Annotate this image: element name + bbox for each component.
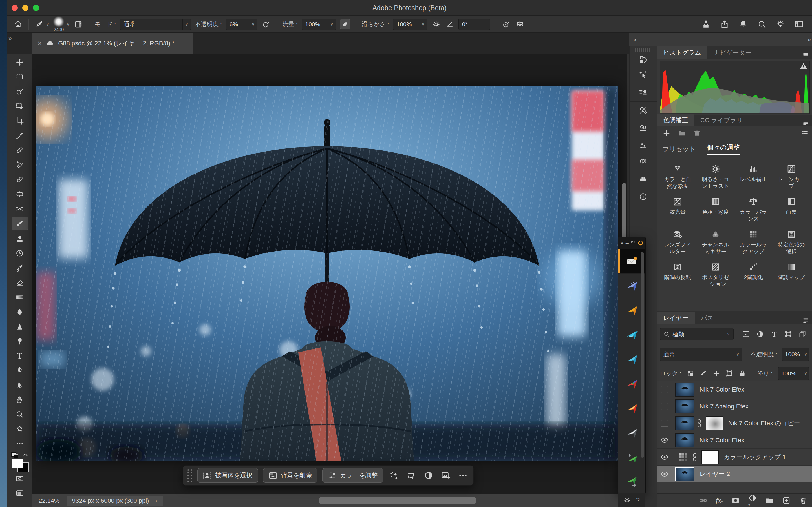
tab-cc-libraries[interactable]: CC ライブラリ [694,114,749,126]
tab-layers[interactable]: レイヤー [657,312,695,324]
lut-layer-icon[interactable] [677,452,689,463]
gradient-tool[interactable] [12,291,28,304]
selection-brush-tool[interactable] [12,85,28,98]
more-options-icon[interactable] [457,469,469,482]
lock-artboard-icon[interactable] [726,370,733,377]
panel-menu-icon[interactable] [802,317,810,324]
add-adjustment-icon[interactable] [663,129,670,137]
transform-icon[interactable] [405,469,417,482]
new-adjustment-layer-icon[interactable]: ▾ [748,494,757,507]
adjustment-levels[interactable]: レベル補正 [734,164,772,189]
add-layer-mask-icon[interactable] [731,496,740,505]
smart-objects-filter-icon[interactable] [799,330,806,338]
delete-layer-icon[interactable] [799,496,808,505]
settings-gear-icon[interactable] [623,497,631,504]
zoom-tool[interactable] [12,408,28,421]
tab-navigator[interactable]: ナビゲーター [707,47,758,59]
layer-mask-thumbnail[interactable] [706,416,723,431]
sharpen-tool[interactable] [12,320,28,333]
gradients-panel-icon[interactable] [635,154,652,169]
list-view-icon[interactable] [801,129,809,137]
adjustment-gradient-map[interactable]: 階調マップ [772,262,811,288]
blur-tool[interactable] [12,305,28,318]
adjustment-selective-color[interactable]: 特定色域の選択 [772,230,811,255]
quick-mask-button[interactable] [12,472,28,485]
adjustment-color-vibrance[interactable]: カラーと自然な彩度 [659,164,697,189]
pen-tool[interactable] [12,364,28,377]
zoom-level[interactable]: 22.14% [39,497,60,504]
type-layers-filter-icon[interactable] [770,330,778,338]
collapse-panels-chevron[interactable]: « [633,36,637,43]
visibility-toggle[interactable] [657,398,672,414]
layer-thumbnail[interactable]: ☂ [675,399,695,413]
layer-thumbnail[interactable]: ☂ [675,467,695,481]
pixel-layers-filter-icon[interactable] [742,330,750,338]
mode-select[interactable]: 通常∨ [120,18,191,30]
panel-view-icon[interactable] [631,240,636,245]
brush-preset-picker[interactable]: 2400 [53,16,64,33]
discover-lightbulb-icon[interactable] [776,20,785,29]
adjustment-color-lookup[interactable]: カラールックアップ [734,230,772,255]
brush-tool[interactable] [11,217,28,230]
shape-layers-filter-icon[interactable] [784,330,792,338]
paint-symmetry-icon[interactable] [515,19,525,29]
layer-mask-link-icon[interactable] [692,453,697,461]
adjustment-curves[interactable]: トーンカーブ [772,164,811,189]
opacity-field[interactable]: 6%∨ [226,18,257,30]
nik-palette-scrollbar[interactable] [641,252,644,458]
dodge-tool[interactable] [12,335,28,348]
object-selection-tool[interactable] [12,100,28,113]
cached-data-warning-icon[interactable] [800,62,807,69]
layer-thumbnail[interactable]: ☂ [675,416,695,431]
layer-fill-field[interactable]: 100% ∨ [778,367,809,380]
edit-toolbar-icon[interactable] [12,437,28,450]
remove-tool[interactable] [12,144,28,157]
angle-field[interactable]: 0° [458,18,490,30]
document-horizontal-scrollbar[interactable] [319,497,476,504]
foreground-color-swatch[interactable] [12,459,23,468]
adjustment-threshold[interactable]: 2階調化 [734,262,772,288]
eyedropper-tool[interactable] [12,129,28,142]
blend-mode-select[interactable]: 通常 ∨ [660,348,742,361]
brush-settings-gear-icon[interactable] [432,19,441,29]
brush-tool-icon[interactable] [35,19,44,29]
adjustment-hue-saturation[interactable]: 色相・彩度 [697,197,735,222]
adjustment-layers-filter-icon[interactable] [756,330,764,338]
tab-histogram[interactable]: ヒストグラム [657,47,707,59]
link-layers-icon[interactable] [699,496,707,505]
lock-position-icon[interactable] [713,370,720,377]
adjustment-invert[interactable]: 階調の反転 [659,262,697,288]
layer-row[interactable]: ☂ Nik 7 Color Efex [657,432,812,449]
search-icon[interactable] [757,20,766,29]
close-icon[interactable]: × [620,240,624,246]
layer-effects-icon[interactable]: fx▾ [716,496,723,505]
toggle-brush-panel-icon[interactable] [73,19,83,29]
panel-menu-icon[interactable] [802,119,810,126]
harmonize-panel-icon[interactable] [635,67,652,82]
flow-field[interactable]: 100%∨ [302,18,336,30]
help-icon[interactable]: ? [636,496,640,504]
notifications-bell-icon[interactable] [739,20,748,29]
folder-icon[interactable] [678,129,686,137]
close-tab-icon[interactable]: × [38,39,42,48]
beta-flask-icon[interactable] [702,20,711,29]
crop-tool[interactable] [12,114,28,127]
generative-sparkle-icon[interactable] [388,469,400,482]
layer-mask-thumbnail[interactable] [701,450,719,464]
pressure-opacity-icon[interactable] [261,19,271,29]
remove-background-button[interactable]: 背景を削除 [263,468,317,483]
nik-item-output-sharpener[interactable] [618,470,645,494]
layer-row-selected[interactable]: ☂ レイヤー 2 [657,466,812,483]
tools-panel-icon[interactable] [635,103,652,118]
adjustment-photo-filter[interactable]: レンズフィルター [659,230,697,255]
layer-mask-link-icon[interactable] [697,419,702,428]
visibility-toggle[interactable] [657,432,672,448]
add-image-icon[interactable] [440,469,452,482]
adjustment-brightness-contrast[interactable]: 明るさ・コントラスト [697,164,735,189]
select-subject-button[interactable]: 被写体を選択 [197,468,258,483]
layer-thumbnail[interactable]: ☂ [675,433,695,447]
pressure-size-icon[interactable] [502,19,511,29]
lock-transparent-pixels-icon[interactable] [687,370,694,377]
lock-image-pixels-icon[interactable] [700,370,707,377]
clone-stamp-tool[interactable] [12,232,28,245]
